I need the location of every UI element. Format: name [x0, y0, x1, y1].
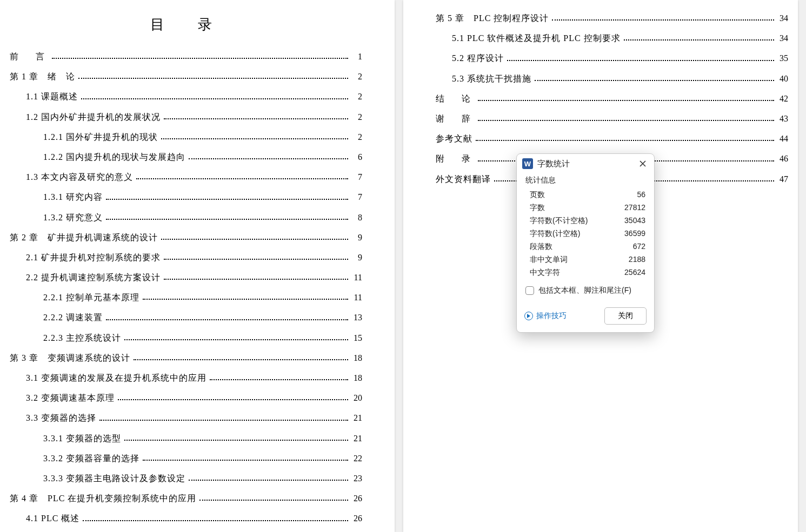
toc-leader: [118, 399, 348, 400]
toc-entry-label: 5.3 系统抗干扰措施: [452, 71, 531, 86]
toc-entry-page: 1: [350, 49, 362, 64]
toc-entry[interactable]: 2.1 矿井提升机对控制系统的要求9: [26, 250, 362, 265]
toc-entry-page: 6: [350, 150, 362, 164]
toc-entry[interactable]: 3.3 变频器的选择21: [26, 410, 362, 425]
toc-entry[interactable]: 第 4 章 PLC 在提升机变频控制系统中的应用26: [10, 491, 362, 506]
toc-entry[interactable]: 1.2.2 国内提升机的现状与发展趋向6: [43, 150, 362, 164]
toc-leader: [52, 58, 348, 59]
toc-leader: [624, 39, 774, 41]
toc-entry[interactable]: 3.3.2 变频器容量的选择22: [43, 451, 362, 466]
toc-entry-page: 2: [350, 89, 362, 104]
dialog-body: 统计信息 页数56字数27812字符数(不计空格)35043字符数(计空格)36…: [517, 172, 654, 302]
toc-entry-label: 谢 辞: [436, 111, 475, 126]
toc-leader: [210, 379, 348, 380]
play-circle-icon: [524, 312, 533, 320]
toc-entry-label: 1.2.1 国外矿井提升机的现状: [43, 130, 158, 144]
toc-entry-label: 2.2.3 主控系统设计: [43, 331, 121, 345]
toc-entry-page: 26: [350, 491, 362, 506]
toc-entry-page: 34: [776, 11, 788, 25]
toc-entry[interactable]: 1.3.2 研究意义8: [43, 210, 362, 225]
toc-entry[interactable]: 2.2.1 控制单元基本原理11: [43, 290, 362, 305]
stat-value: 35043: [624, 216, 645, 226]
toc-entry-page: 21: [350, 431, 362, 446]
toc-entry[interactable]: 5.2 程序设计35: [452, 51, 788, 65]
toc-entry-label: 前 言: [10, 49, 49, 64]
toc-leader: [507, 60, 774, 61]
stat-label: 非中文单词: [525, 255, 568, 265]
toc-entry-page: 43: [776, 111, 788, 126]
stat-label: 段落数: [525, 242, 552, 252]
toc-entry-label: 5.1 PLC 软件概述及提升机 PLC 控制要求: [452, 31, 621, 45]
toc-entry-label: 3.3.2 变频器容量的选择: [43, 451, 139, 466]
toc-entry[interactable]: 前 言1: [10, 49, 362, 64]
toc-entry-label: 3.3.3 变频器主电路设计及参数设定: [43, 471, 185, 486]
close-icon[interactable]: [637, 159, 649, 169]
stats-list: 页数56字数27812字符数(不计空格)35043字符数(计空格)36599段落…: [525, 188, 645, 279]
toc-entry[interactable]: 1.1 课题概述2: [26, 89, 362, 104]
toc-entry[interactable]: 3.2 变频调速基本原理20: [26, 390, 362, 405]
toc-entry-page: 47: [776, 172, 788, 186]
toc-leader: [189, 480, 348, 481]
toc-entry[interactable]: 2.2 提升机调速控制系统方案设计11: [26, 270, 362, 285]
toc-entry-page: 26: [350, 511, 362, 526]
toc-entry-page: 34: [776, 31, 788, 45]
toc-leader: [199, 500, 348, 501]
toc-entry[interactable]: 第 1 章 绪 论2: [10, 69, 362, 84]
toc-entry[interactable]: 3.1 变频调速的发展及在提升机系统中的应用18: [26, 371, 362, 385]
toc-entry[interactable]: 4.1 PLC 概述26: [26, 511, 362, 526]
toc-leader: [552, 19, 774, 21]
toc-entry[interactable]: 谢 辞43: [436, 111, 788, 126]
toc-entry[interactable]: 3.3.1 变频器的选型21: [43, 431, 362, 446]
toc-entry-label: 1.3.1 研究内容: [43, 190, 103, 204]
toc-entry-label: 外文资料翻译: [436, 172, 491, 186]
stat-row: 字数27812: [525, 201, 645, 214]
toc-entry-page: 7: [350, 190, 362, 204]
toc-entry[interactable]: 1.2 国内外矿井提升机的发展状况2: [26, 110, 362, 124]
toc-entry-label: 3.1 变频调速的发展及在提升机系统中的应用: [26, 371, 207, 385]
stat-row: 非中文单词2188: [525, 253, 645, 266]
toc-entry-page: 15: [350, 331, 362, 345]
close-button[interactable]: 关闭: [604, 307, 647, 325]
toc-entry[interactable]: 结 论42: [436, 91, 788, 106]
toc-entry[interactable]: 2.2.3 主控系统设计15: [43, 331, 362, 345]
toc-entry-label: 参考文献: [436, 131, 472, 146]
toc-entry-page: 42: [776, 91, 788, 106]
toc-leader: [136, 178, 348, 179]
toc-entry[interactable]: 1.3.1 研究内容7: [43, 190, 362, 204]
toc-entry[interactable]: 第 3 章 变频调速系统的设计18: [10, 351, 362, 365]
toc-leader: [164, 118, 348, 119]
toc-entry[interactable]: 2.2.2 调速装置13: [43, 310, 362, 325]
stat-row: 段落数672: [525, 240, 645, 253]
include-footnotes-row[interactable]: 包括文本框、脚注和尾注(F): [525, 279, 645, 298]
toc-entry[interactable]: 5.3 系统抗干扰措施40: [452, 71, 788, 86]
toc-list-left: 前 言1第 1 章 绪 论21.1 课题概述21.2 国内外矿井提升机的发展状况…: [10, 49, 362, 532]
dialog-title: 字数统计: [537, 159, 632, 169]
toc-leader: [476, 140, 774, 141]
toc-entry[interactable]: 第 2 章 矿井提升机调速系统的设计9: [10, 230, 362, 245]
toc-entry-label: 1.1 课题概述: [26, 89, 78, 104]
tips-link[interactable]: 操作技巧: [524, 311, 567, 321]
toc-entry[interactable]: 1.3 本文内容及研究的意义7: [26, 170, 362, 184]
toc-entry[interactable]: 第 5 章 PLC 控制程序设计34: [436, 11, 788, 25]
toc-entry[interactable]: 1.2.1 国外矿井提升机的现状2: [43, 130, 362, 144]
toc-leader: [164, 279, 348, 280]
toc-entry-page: 21: [350, 410, 362, 425]
toc-leader: [535, 80, 774, 81]
toc-entry-label: 3.3 变频器的选择: [26, 410, 96, 425]
toc-leader: [143, 299, 348, 300]
include-footnotes-checkbox[interactable]: [525, 286, 534, 295]
stat-row: 字符数(计空格)36599: [525, 227, 645, 240]
toc-leader: [106, 319, 348, 320]
toc-leader: [99, 420, 348, 421]
dialog-titlebar: W 字数统计: [517, 154, 654, 172]
toc-leader: [164, 259, 348, 260]
toc-entry[interactable]: 参考文献44: [436, 131, 788, 146]
toc-entry[interactable]: 5.1 PLC 软件概述及提升机 PLC 控制要求34: [452, 31, 788, 45]
toc-entry[interactable]: 3.3.3 变频器主电路设计及参数设定23: [43, 471, 362, 486]
stats-section-label: 统计信息: [525, 176, 645, 185]
toc-entry-page: 46: [776, 151, 788, 166]
toc-entry-label: 第 5 章 PLC 控制程序设计: [436, 11, 549, 25]
toc-leader: [134, 359, 348, 360]
toc-entry-page: 8: [350, 210, 362, 225]
page-left: 目 录 前 言1第 1 章 绪 论21.1 课题概述21.2 国内外矿井提升机的…: [0, 0, 395, 532]
